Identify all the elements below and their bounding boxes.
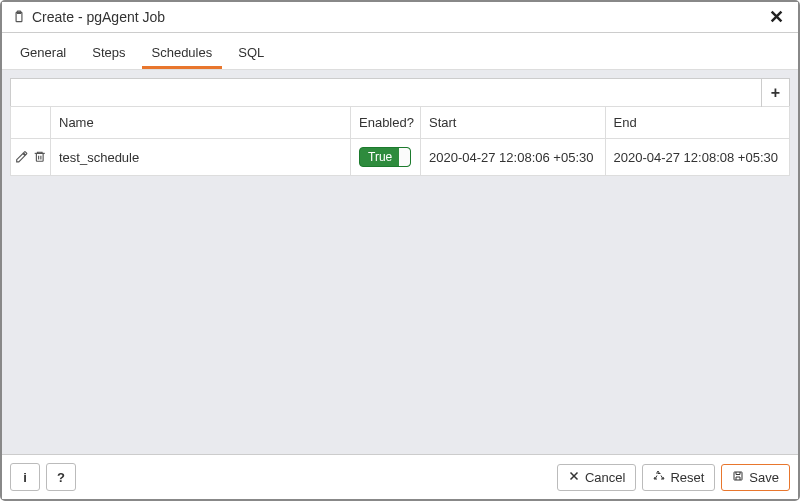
svg-rect-3 (734, 472, 742, 480)
edit-icon[interactable] (15, 150, 29, 164)
svg-rect-2 (36, 153, 43, 161)
footer-right: Cancel Reset Save (557, 464, 790, 491)
tab-sql[interactable]: SQL (228, 39, 274, 69)
info-button[interactable]: i (10, 463, 40, 491)
schedules-table: Name Enabled? Start End (10, 106, 790, 176)
delete-icon[interactable] (33, 150, 47, 164)
column-header-enabled: Enabled? (351, 107, 421, 139)
close-icon[interactable]: ✕ (765, 8, 788, 26)
column-header-actions (11, 107, 51, 139)
table-row: test_schedule True 2020-04-27 12:08:06 +… (11, 139, 790, 176)
reset-label: Reset (670, 470, 704, 485)
dialog-footer: i ? Cancel Reset (2, 454, 798, 499)
help-icon: ? (57, 470, 65, 485)
plus-icon: + (771, 84, 780, 102)
dialog-titlebar: Create - pgAgent Job ✕ (2, 2, 798, 33)
column-header-start: Start (421, 107, 606, 139)
info-icon: i (23, 470, 27, 485)
dialog-content-area: + Name Enabled? Start End (2, 70, 798, 454)
dialog-title: Create - pgAgent Job (32, 9, 765, 25)
toggle-handle (398, 148, 410, 166)
tab-general[interactable]: General (10, 39, 76, 69)
save-button[interactable]: Save (721, 464, 790, 491)
column-header-name: Name (51, 107, 351, 139)
cell-end[interactable]: 2020-04-27 12:08:08 +05:30 (605, 139, 790, 176)
cancel-label: Cancel (585, 470, 625, 485)
create-pgagent-job-dialog: Create - pgAgent Job ✕ General Steps Sch… (0, 0, 800, 501)
cell-start[interactable]: 2020-04-27 12:08:06 +05:30 (421, 139, 606, 176)
row-actions (15, 150, 46, 164)
save-icon (732, 470, 744, 485)
clipboard-icon (12, 10, 26, 24)
toggle-label: True (360, 147, 398, 167)
cell-enabled: True (351, 139, 421, 176)
footer-left: i ? (10, 463, 76, 491)
recycle-icon (653, 470, 665, 485)
cell-name[interactable]: test_schedule (51, 139, 351, 176)
column-header-end: End (605, 107, 790, 139)
add-row-button[interactable]: + (761, 79, 789, 107)
enabled-toggle[interactable]: True (359, 147, 411, 167)
tab-schedules[interactable]: Schedules (142, 39, 223, 69)
tab-bar: General Steps Schedules SQL (2, 33, 798, 70)
tab-steps[interactable]: Steps (82, 39, 135, 69)
reset-button[interactable]: Reset (642, 464, 715, 491)
cancel-button[interactable]: Cancel (557, 464, 636, 491)
help-button[interactable]: ? (46, 463, 76, 491)
grid-toolbar: + (10, 78, 790, 106)
close-icon (568, 470, 580, 485)
save-label: Save (749, 470, 779, 485)
